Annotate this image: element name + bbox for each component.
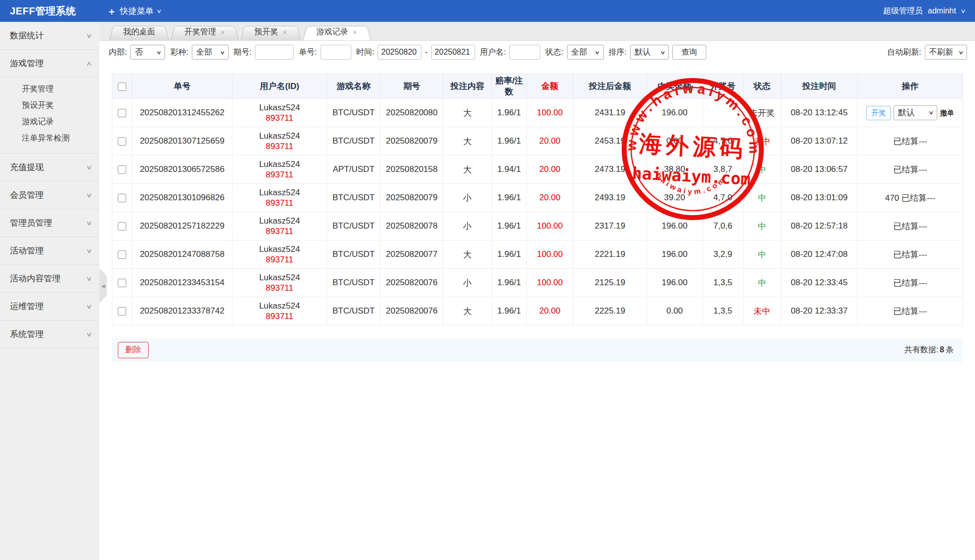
tab-0[interactable]: 我的桌面: [109, 24, 169, 40]
cell-user: Lukasz524893711: [233, 269, 327, 297]
quick-menu-button[interactable]: ＋ 快捷菜单 ∨: [107, 5, 161, 17]
filter-bar: 内部: 否 ∨ 彩种: 全部 ∨ 期号: 单号: 时间: - 用户名: 状态: …: [99, 41, 975, 64]
status-badge: 中: [758, 193, 766, 203]
cell-ops: 已结算---: [858, 156, 963, 184]
status-badge: 未开奖: [749, 108, 775, 118]
cell-game-name: BTC/USDT: [327, 184, 381, 212]
row-checkbox[interactable]: [118, 250, 126, 259]
cell-game-name: BTC/USDT: [327, 297, 381, 325]
row-checkbox[interactable]: [118, 222, 126, 231]
sidebar-subitem-3[interactable]: 注单异常检测: [0, 130, 99, 146]
column-header-12: 操作: [858, 74, 963, 99]
username-input[interactable]: [509, 45, 540, 60]
settled-text: 已结算---: [894, 250, 927, 259]
settled-text: 已结算---: [894, 278, 927, 288]
chevron-down-icon: ∨: [660, 50, 665, 55]
settled-text: 已结算---: [894, 307, 927, 316]
sidebar-menu: 数据统计∨游戏管理∧开奖管理预设开奖游戏记录注单异常检测充值提现∨会员管理∨管理…: [0, 22, 99, 560]
cell-win-amount: 196.00: [647, 212, 703, 240]
status-badge: 未中: [754, 307, 771, 316]
tab-3[interactable]: 游戏记录×: [303, 24, 371, 40]
chevron-down-icon: ∨: [86, 275, 92, 282]
draw-number-select[interactable]: 默认∨: [894, 105, 937, 120]
cell-order-no: 202508201307125659: [132, 127, 233, 156]
cell-status: 中: [743, 240, 781, 269]
cell-order-no: 202508201312455262: [132, 99, 233, 127]
cancel-order-link[interactable]: 撤单: [940, 109, 954, 117]
cell-ops: 已结算---: [858, 297, 963, 325]
quick-menu-label: 快捷菜单: [120, 5, 154, 17]
sort-select[interactable]: 默认 ∨: [630, 45, 669, 60]
sidebar-item-6[interactable]: 活动内容管理∨: [0, 265, 99, 293]
draw-button[interactable]: 开奖: [866, 106, 891, 120]
cell-win-amount: 0.00: [647, 127, 703, 156]
cell-odds: 1.96/1: [492, 240, 527, 269]
cell-amount: 20.00: [527, 297, 573, 325]
sidebar-item-2[interactable]: 充值提现∨: [0, 154, 99, 181]
cell-ops: 已结算---: [858, 127, 963, 156]
cell-status: 未开奖: [743, 99, 781, 127]
cell-game-name: BTC/USDT: [327, 99, 381, 127]
tab-1[interactable]: 开奖管理×: [170, 24, 239, 40]
table-row: 202508201307125659Lukasz524893711BTC/USD…: [112, 127, 963, 156]
sidebar-subitem-0[interactable]: 开奖管理: [0, 80, 99, 97]
tab-2[interactable]: 预开奖×: [241, 24, 301, 40]
select-all-checkbox[interactable]: [118, 82, 126, 91]
order-input[interactable]: [321, 45, 351, 60]
user-menu[interactable]: 超级管理员 adminht ∨: [883, 6, 965, 16]
column-header-3: 期号: [381, 74, 443, 99]
row-checkbox[interactable]: [118, 109, 126, 117]
sidebar-item-5[interactable]: 活动管理∨: [0, 237, 99, 265]
cell-balance-after: 2221.19: [573, 240, 647, 269]
row-checkbox[interactable]: [118, 194, 126, 202]
cell-order-no: 202508201233453154: [132, 269, 233, 297]
time-filter-label: 时间:: [356, 47, 374, 58]
sidebar-item-3[interactable]: 会员管理∨: [0, 181, 99, 209]
row-checkbox[interactable]: [118, 165, 126, 174]
cell-balance-after: 2317.19: [573, 212, 647, 240]
row-checkbox[interactable]: [118, 279, 126, 287]
cell-balance-after: 2431.19: [573, 99, 647, 127]
sidebar-subitem-2[interactable]: 游戏记录: [0, 113, 99, 130]
username-filter-label: 用户名:: [480, 47, 506, 58]
total-count-text: 共有数据:8条: [904, 345, 957, 355]
cell-odds: 1.96/1: [492, 99, 527, 127]
sidebar-item-0[interactable]: 数据统计∨: [0, 22, 99, 50]
tab-close-icon[interactable]: ×: [353, 28, 357, 36]
sidebar-item-label: 活动管理: [10, 245, 44, 256]
cell-order-no: 202508201257182229: [132, 212, 233, 240]
auto-refresh-select[interactable]: 不刷新 ∨: [925, 45, 967, 60]
sidebar-item-label: 活动内容管理: [10, 273, 61, 284]
column-header-8: 中奖金额: [647, 74, 703, 99]
cell-period: 20250820080: [381, 99, 443, 127]
internal-filter-label: 内部:: [109, 47, 127, 58]
table-header-row: 单号用户名(ID)游戏名称期号投注内容赔率/注数金额投注后金额中奖金额开奖号状态…: [112, 74, 963, 99]
sidebar-item-1[interactable]: 游戏管理∧: [0, 50, 99, 78]
query-button[interactable]: 查询: [672, 45, 706, 60]
chevron-down-icon: ∨: [958, 50, 964, 55]
cell-user-id: 893711: [235, 198, 325, 208]
sidebar-subitem-1[interactable]: 预设开奖: [0, 97, 99, 113]
time-from-input[interactable]: [378, 45, 421, 60]
internal-select[interactable]: 否 ∨: [130, 45, 165, 60]
cell-status: 未中: [743, 127, 781, 156]
period-input[interactable]: [255, 45, 294, 60]
cell-bet-content: 小: [443, 269, 492, 297]
time-to-input[interactable]: [431, 45, 475, 60]
cell-bet-time: 08-20 13:12:45: [781, 99, 858, 127]
lottery-select[interactable]: 全部 ∨: [192, 45, 229, 60]
cell-user: Lukasz524893711: [233, 156, 327, 184]
row-checkbox[interactable]: [118, 137, 126, 146]
sidebar-item-8[interactable]: 系统管理∨: [0, 320, 99, 348]
chevron-down-icon: ∨: [928, 110, 934, 115]
sidebar-item-7[interactable]: 运维管理∨: [0, 293, 99, 320]
sidebar-item-4[interactable]: 管理员管理∨: [0, 209, 99, 237]
tab-close-icon[interactable]: ×: [283, 28, 287, 36]
cell-win-amount: 39.20: [647, 184, 703, 212]
tab-close-icon[interactable]: ×: [221, 28, 225, 36]
cell-user: Lukasz524893711: [233, 240, 327, 269]
delete-button[interactable]: 删除: [118, 342, 149, 358]
tab-bar: 我的桌面开奖管理×预开奖×游戏记录×: [99, 22, 975, 41]
row-checkbox[interactable]: [118, 307, 126, 316]
status-select[interactable]: 全部 ∨: [567, 45, 604, 60]
